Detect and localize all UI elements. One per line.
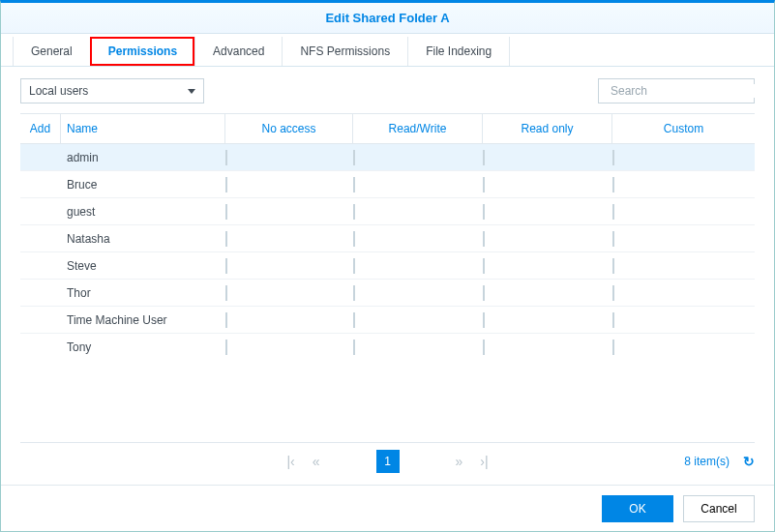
tab-nfs-permissions[interactable]: NFS Permissions <box>282 37 407 66</box>
noaccess-checkbox[interactable] <box>225 150 227 165</box>
toolbar: Local users <box>1 67 774 113</box>
reload-icon[interactable]: ↻ <box>743 454 755 469</box>
table-row[interactable]: Tony <box>20 333 755 360</box>
col-add[interactable]: Add <box>20 114 61 143</box>
col-rw[interactable]: Read/Write <box>353 114 483 143</box>
table-row[interactable]: guest <box>20 197 755 224</box>
readwrite-checkbox[interactable] <box>353 340 355 355</box>
table-row[interactable]: Steve <box>20 251 755 279</box>
table-row[interactable]: admin <box>20 143 755 170</box>
custom-checkbox[interactable] <box>612 177 614 192</box>
last-page-icon[interactable]: ›| <box>480 454 488 469</box>
tab-general[interactable]: General <box>13 37 90 66</box>
readonly-checkbox[interactable] <box>483 231 485 247</box>
first-page-icon[interactable]: |‹ <box>286 454 294 469</box>
custom-checkbox[interactable] <box>612 340 614 355</box>
user-name: Thor <box>61 286 225 300</box>
readonly-checkbox[interactable] <box>483 177 485 192</box>
prev-page-icon[interactable]: « <box>313 454 320 469</box>
noaccess-checkbox[interactable] <box>225 340 227 355</box>
custom-checkbox[interactable] <box>612 204 614 220</box>
readwrite-checkbox[interactable] <box>353 177 355 192</box>
readwrite-checkbox[interactable] <box>353 285 355 301</box>
tab-advanced[interactable]: Advanced <box>194 37 282 66</box>
table-row[interactable]: Bruce <box>20 170 755 197</box>
readonly-checkbox[interactable] <box>483 285 485 301</box>
readwrite-checkbox[interactable] <box>353 150 355 165</box>
readonly-checkbox[interactable] <box>483 150 485 165</box>
user-name: guest <box>61 205 225 219</box>
user-name: Steve <box>61 259 225 273</box>
item-count: 8 item(s) <box>684 455 730 468</box>
custom-checkbox[interactable] <box>612 150 614 165</box>
table-row[interactable]: Thor <box>20 279 755 306</box>
readwrite-checkbox[interactable] <box>353 204 355 220</box>
col-noaccess[interactable]: No access <box>225 114 353 143</box>
dialog-window: Edit Shared Folder A General Permissions… <box>0 0 775 532</box>
readwrite-checkbox[interactable] <box>353 312 355 328</box>
cancel-button[interactable]: Cancel <box>683 495 755 522</box>
user-name: Natasha <box>61 232 225 246</box>
dialog-footer: OK Cancel <box>1 485 774 531</box>
col-name[interactable]: Name <box>61 114 225 143</box>
custom-checkbox[interactable] <box>612 312 614 328</box>
tab-bar: General Permissions Advanced NFS Permiss… <box>1 34 774 67</box>
ok-button[interactable]: OK <box>602 495 673 522</box>
col-custom[interactable]: Custom <box>612 114 755 143</box>
user-name: Tony <box>61 340 225 354</box>
user-name: Time Machine User <box>61 313 225 327</box>
noaccess-checkbox[interactable] <box>225 285 227 301</box>
table-header: Add Name No access Read/Write Read only … <box>20 114 755 143</box>
user-name: admin <box>61 151 225 164</box>
pager: |‹ « 1 » ›| 8 item(s) ↻ <box>20 442 755 479</box>
readonly-checkbox[interactable] <box>483 204 485 220</box>
search-box[interactable] <box>598 78 755 103</box>
custom-checkbox[interactable] <box>612 285 614 301</box>
permissions-table: Add Name No access Read/Write Read only … <box>20 113 755 360</box>
search-input[interactable] <box>605 84 756 98</box>
next-page-icon[interactable]: » <box>456 454 463 469</box>
user-name: Bruce <box>61 178 225 192</box>
dropdown-value: Local users <box>29 84 88 98</box>
tab-file-indexing[interactable]: File Indexing <box>407 37 510 66</box>
tab-permissions[interactable]: Permissions <box>90 37 194 66</box>
current-page[interactable]: 1 <box>376 450 400 473</box>
user-type-dropdown[interactable]: Local users <box>20 78 204 103</box>
custom-checkbox[interactable] <box>612 231 614 247</box>
table-body: adminBruceguestNatashaSteveThorTime Mach… <box>20 143 755 360</box>
noaccess-checkbox[interactable] <box>225 204 227 220</box>
noaccess-checkbox[interactable] <box>225 312 227 328</box>
readwrite-checkbox[interactable] <box>353 258 355 274</box>
noaccess-checkbox[interactable] <box>225 258 227 274</box>
readonly-checkbox[interactable] <box>483 258 485 274</box>
readonly-checkbox[interactable] <box>483 312 485 328</box>
dialog-title: Edit Shared Folder A <box>1 3 774 34</box>
col-ro[interactable]: Read only <box>483 114 612 143</box>
noaccess-checkbox[interactable] <box>225 177 227 192</box>
chevron-down-icon <box>188 89 195 94</box>
noaccess-checkbox[interactable] <box>225 231 227 247</box>
table-row[interactable]: Time Machine User <box>20 306 755 333</box>
pager-nav: |‹ « 1 » ›| <box>286 450 488 473</box>
readwrite-checkbox[interactable] <box>353 231 355 247</box>
table-row[interactable]: Natasha <box>20 224 755 251</box>
custom-checkbox[interactable] <box>612 258 614 274</box>
readonly-checkbox[interactable] <box>483 340 485 355</box>
